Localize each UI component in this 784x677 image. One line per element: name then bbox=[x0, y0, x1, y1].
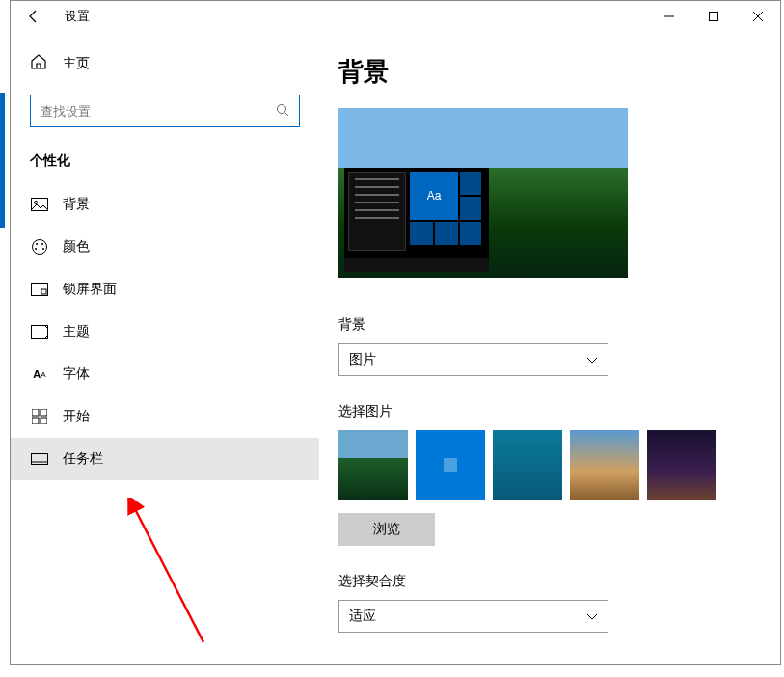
titlebar: 设置 bbox=[11, 1, 780, 32]
svg-rect-15 bbox=[32, 326, 48, 338]
home-link[interactable]: 主页 bbox=[11, 43, 319, 83]
svg-rect-18 bbox=[32, 418, 39, 424]
svg-point-7 bbox=[35, 202, 38, 204]
nav-background[interactable]: 背景 bbox=[11, 183, 319, 226]
fit-label: 选择契合度 bbox=[338, 573, 761, 590]
picture-icon bbox=[30, 198, 49, 211]
svg-rect-14 bbox=[41, 289, 46, 294]
nav-label: 任务栏 bbox=[63, 450, 103, 468]
wallpaper-thumb-4[interactable] bbox=[570, 430, 639, 500]
wallpaper-thumb-1[interactable] bbox=[338, 430, 408, 500]
content-area: 主页 个性化 背景 颜色 bbox=[11, 32, 780, 664]
svg-rect-6 bbox=[32, 199, 48, 211]
left-edge-decor bbox=[0, 0, 10, 677]
back-button[interactable] bbox=[18, 1, 49, 32]
start-icon bbox=[30, 409, 49, 424]
nav-colors[interactable]: 颜色 bbox=[11, 226, 319, 268]
nav-taskbar[interactable]: 任务栏 bbox=[11, 438, 319, 480]
svg-point-8 bbox=[33, 240, 47, 255]
svg-rect-20 bbox=[32, 454, 48, 465]
svg-point-10 bbox=[41, 243, 43, 245]
svg-rect-17 bbox=[41, 409, 47, 416]
sidebar: 主页 个性化 背景 颜色 bbox=[11, 32, 319, 664]
svg-point-11 bbox=[35, 248, 37, 250]
bg-type-label: 背景 bbox=[338, 316, 761, 334]
bg-type-value: 图片 bbox=[349, 351, 376, 368]
nav-start[interactable]: 开始 bbox=[11, 395, 319, 438]
search-input[interactable] bbox=[41, 104, 276, 119]
svg-rect-1 bbox=[710, 13, 718, 21]
search-box[interactable] bbox=[30, 95, 300, 127]
settings-window: 设置 主页 bbox=[10, 0, 781, 665]
nav-label: 颜色 bbox=[63, 238, 90, 256]
svg-point-9 bbox=[36, 243, 38, 245]
main-panel: 背景 Aa bbox=[319, 32, 780, 664]
wallpaper-thumbnails bbox=[338, 430, 761, 500]
lockscreen-icon bbox=[30, 283, 49, 296]
minimize-button[interactable] bbox=[647, 1, 691, 32]
home-label: 主页 bbox=[63, 55, 90, 72]
close-button[interactable] bbox=[736, 1, 780, 32]
nav-label: 主题 bbox=[63, 323, 90, 340]
chevron-down-icon bbox=[586, 609, 598, 624]
nav-label: 开始 bbox=[63, 408, 90, 425]
fit-select[interactable]: 适应 bbox=[338, 600, 608, 633]
wallpaper-thumb-3[interactable] bbox=[493, 430, 562, 500]
home-icon bbox=[30, 53, 49, 73]
chevron-down-icon bbox=[586, 352, 598, 367]
svg-rect-19 bbox=[41, 418, 47, 424]
nav-label: 背景 bbox=[63, 196, 90, 213]
maximize-button[interactable] bbox=[691, 1, 736, 32]
nav-label: 字体 bbox=[63, 366, 90, 383]
bg-type-select[interactable]: 图片 bbox=[338, 343, 608, 376]
nav-fonts[interactable]: AA 字体 bbox=[11, 353, 319, 395]
themes-icon bbox=[30, 325, 49, 338]
svg-point-12 bbox=[42, 248, 44, 250]
window-title: 设置 bbox=[65, 8, 90, 25]
desktop-preview: Aa bbox=[338, 108, 628, 278]
preview-tile-text: Aa bbox=[410, 172, 458, 220]
nav-lockscreen[interactable]: 锁屏界面 bbox=[11, 268, 319, 311]
taskbar-icon bbox=[30, 453, 49, 465]
wallpaper-thumb-5[interactable] bbox=[647, 430, 716, 500]
search-icon bbox=[276, 103, 289, 120]
fonts-icon: AA bbox=[30, 368, 49, 380]
page-heading: 背景 bbox=[338, 55, 761, 89]
choose-image-label: 选择图片 bbox=[338, 403, 761, 420]
svg-point-4 bbox=[278, 104, 286, 113]
nav-label: 锁屏界面 bbox=[63, 281, 117, 298]
section-label: 个性化 bbox=[11, 145, 319, 183]
browse-button[interactable]: 浏览 bbox=[338, 513, 435, 546]
nav-themes[interactable]: 主题 bbox=[11, 311, 319, 353]
palette-icon bbox=[30, 238, 49, 256]
svg-line-5 bbox=[285, 112, 289, 116]
wallpaper-thumb-2[interactable] bbox=[416, 430, 485, 500]
fit-value: 适应 bbox=[349, 608, 376, 625]
window-controls bbox=[647, 1, 780, 32]
svg-rect-16 bbox=[32, 409, 39, 416]
